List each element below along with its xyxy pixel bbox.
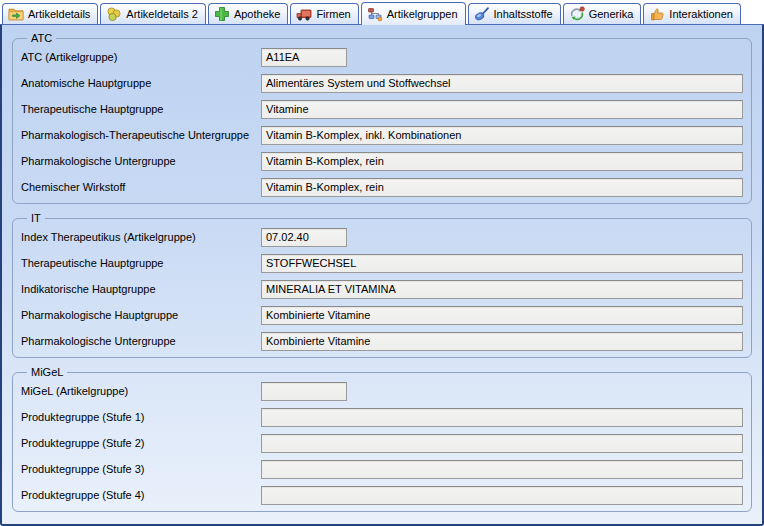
- folder-go-icon: [8, 6, 24, 22]
- migel-code-field[interactable]: [261, 382, 347, 401]
- tab-label: Apotheke: [234, 8, 282, 20]
- pharmakologische-untergruppe-label: Pharmakologische Untergruppe: [21, 155, 261, 167]
- atc-code-field[interactable]: A11EA: [261, 48, 347, 67]
- pharmakologische-untergruppe-field[interactable]: Vitamin B-Komplex, rein: [261, 152, 743, 171]
- migel-groupbox: MiGeL MiGeL (Artikelgruppe) Produktegrup…: [12, 366, 752, 512]
- form-row: MiGeL (Artikelgruppe): [21, 378, 743, 404]
- tab-apotheke[interactable]: Apotheke: [208, 3, 288, 24]
- atc-groupbox-title: ATC: [27, 32, 56, 44]
- it-therapeutische-hauptgruppe-field[interactable]: STOFFWECHSEL: [261, 254, 743, 273]
- tab-artikelgruppen[interactable]: Artikelgruppen: [361, 2, 466, 25]
- it-pharmakologische-untergruppe-label: Pharmakologische Untergruppe: [21, 335, 261, 347]
- tab-label: Firmen: [316, 8, 352, 20]
- produktegruppe-stufe3-label: Produktegruppe (Stufe 3): [21, 463, 261, 475]
- tab-artikeldetails[interactable]: Artikeldetails: [2, 3, 98, 24]
- index-therapeutikus-label: Index Therapeutikus (Artikelgruppe): [21, 231, 261, 243]
- it-pharmakologische-hauptgruppe-label: Pharmakologische Hauptgruppe: [21, 309, 261, 321]
- spoon-icon: [474, 6, 490, 22]
- tab-interaktionen[interactable]: Interaktionen: [643, 3, 741, 24]
- it-therapeutische-hauptgruppe-label: Therapeutische Hauptgruppe: [21, 257, 261, 269]
- produktegruppe-stufe3-field[interactable]: [261, 460, 743, 479]
- form-row: Produktegruppe (Stufe 4): [21, 482, 743, 508]
- tab-label: Artikelgruppen: [387, 8, 460, 20]
- pharm-therap-untergruppe-field[interactable]: Vitamin B-Komplex, inkl. Kombinationen: [261, 126, 743, 145]
- chemischer-wirkstoff-field[interactable]: Vitamin B-Komplex, rein: [261, 178, 743, 197]
- indikatorische-hauptgruppe-label: Indikatorische Hauptgruppe: [21, 283, 261, 295]
- form-row: Produktegruppe (Stufe 3): [21, 456, 743, 482]
- generics-arrows-icon: [569, 6, 585, 22]
- form-row: Pharmakologische Untergruppe Kombinierte…: [21, 328, 743, 354]
- chemischer-wirkstoff-label: Chemischer Wirkstoff: [21, 181, 261, 193]
- anatomische-hauptgruppe-label: Anatomische Hauptgruppe: [21, 77, 261, 89]
- form-row: Therapeutische Hauptgruppe Vitamine: [21, 96, 743, 122]
- tab-label: Artikeldetails 2: [126, 8, 200, 20]
- it-pharmakologische-untergruppe-field[interactable]: Kombinierte Vitamine: [261, 332, 743, 351]
- atc-code-label: ATC (Artikelgruppe): [21, 51, 261, 63]
- tab-generika[interactable]: Generika: [563, 3, 642, 24]
- tab-label: Artikeldetails: [28, 8, 92, 20]
- index-therapeutikus-field[interactable]: 07.02.40: [261, 228, 347, 247]
- indikatorische-hauptgruppe-field[interactable]: MINERALIA ET VITAMINA: [261, 280, 743, 299]
- form-row: Produktegruppe (Stufe 1): [21, 404, 743, 430]
- form-row: ATC (Artikelgruppe) A11EA: [21, 44, 743, 70]
- produktegruppe-stufe1-label: Produktegruppe (Stufe 1): [21, 411, 261, 423]
- it-groupbox-title: IT: [27, 212, 45, 224]
- therapeutische-hauptgruppe-field[interactable]: Vitamine: [261, 100, 743, 119]
- it-pharmakologische-hauptgruppe-field[interactable]: Kombinierte Vitamine: [261, 306, 743, 325]
- tab-label: Generika: [589, 8, 636, 20]
- form-row: Anatomische Hauptgruppe Alimentäres Syst…: [21, 70, 743, 96]
- tab-label: Inhaltsstoffe: [494, 8, 555, 20]
- therapeutische-hauptgruppe-label: Therapeutische Hauptgruppe: [21, 103, 261, 115]
- tab-inhaltsstoffe[interactable]: Inhaltsstoffe: [468, 3, 561, 24]
- coins-icon: [106, 6, 122, 22]
- produktegruppe-stufe2-label: Produktegruppe (Stufe 2): [21, 437, 261, 449]
- tab-label: Interaktionen: [669, 8, 735, 20]
- produktegruppe-stufe1-field[interactable]: [261, 408, 743, 427]
- atc-groupbox: ATC ATC (Artikelgruppe) A11EA Anatomisch…: [12, 32, 752, 204]
- produktegruppe-stufe4-field[interactable]: [261, 486, 743, 505]
- form-row: Indikatorische Hauptgruppe MINERALIA ET …: [21, 276, 743, 302]
- green-cross-icon: [214, 6, 230, 22]
- produktegruppe-stufe4-label: Produktegruppe (Stufe 4): [21, 489, 261, 501]
- form-row: Pharmakologisch-Therapeutische Untergrup…: [21, 122, 743, 148]
- thumb-up-icon: [649, 6, 665, 22]
- form-row: Produktegruppe (Stufe 2): [21, 430, 743, 456]
- it-groupbox: IT Index Therapeutikus (Artikelgruppe) 0…: [12, 212, 752, 358]
- form-row: Index Therapeutikus (Artikelgruppe) 07.0…: [21, 224, 743, 250]
- tab-artikeldetails-2[interactable]: Artikeldetails 2: [100, 3, 206, 24]
- tab-firmen[interactable]: Firmen: [290, 3, 358, 24]
- produktegruppe-stufe2-field[interactable]: [261, 434, 743, 453]
- anatomische-hauptgruppe-field[interactable]: Alimentäres System und Stoffwechsel: [261, 74, 743, 93]
- tab-bar: Artikeldetails Artikeldetails 2 Apotheke…: [0, 0, 764, 24]
- group-diagram-icon: [367, 6, 383, 22]
- form-row: Therapeutische Hauptgruppe STOFFWECHSEL: [21, 250, 743, 276]
- form-row: Pharmakologische Untergruppe Vitamin B-K…: [21, 148, 743, 174]
- artikelgruppen-panel: ATC ATC (Artikelgruppe) A11EA Anatomisch…: [0, 24, 764, 526]
- form-row: Pharmakologische Hauptgruppe Kombinierte…: [21, 302, 743, 328]
- migel-groupbox-title: MiGeL: [27, 366, 67, 378]
- truck-icon: [296, 6, 312, 22]
- form-row: Chemischer Wirkstoff Vitamin B-Komplex, …: [21, 174, 743, 200]
- migel-code-label: MiGeL (Artikelgruppe): [21, 385, 261, 397]
- pharm-therap-untergruppe-label: Pharmakologisch-Therapeutische Untergrup…: [21, 129, 261, 141]
